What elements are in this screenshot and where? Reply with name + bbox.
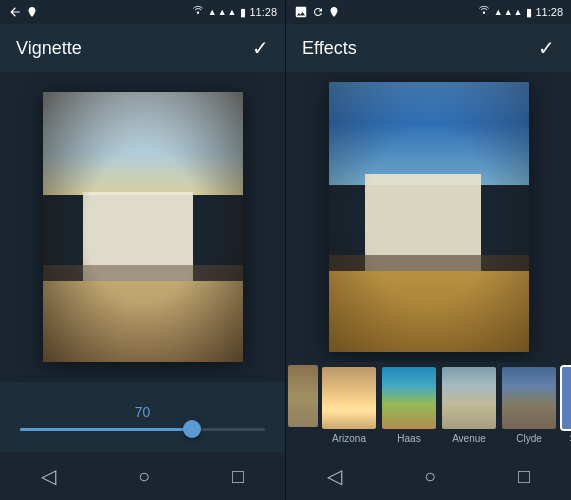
title-left: Vignette [16, 38, 82, 59]
filmstrip-label-haas: Haas [397, 433, 420, 444]
time-left: 11:28 [249, 6, 277, 18]
filmstrip-item-clyde[interactable]: Clyde [500, 362, 558, 452]
photo-effects [329, 82, 529, 352]
image-area-left [0, 72, 285, 382]
left-panel: ▲▲▲ ▮ 11:28 Vignette ✓ 70 ◁ ○ [0, 0, 285, 500]
filmstrip-item-supplies[interactable]: Supplies [560, 362, 571, 452]
home-button-left[interactable]: ○ [138, 465, 150, 488]
filmstrip-thumb-supplies [562, 367, 571, 429]
location-icon-right [328, 6, 340, 18]
top-bar-left: Vignette ✓ [0, 24, 285, 72]
image-area-right [286, 72, 571, 362]
filmstrip-thumb-haas [382, 367, 436, 429]
slider-value: 70 [135, 404, 151, 420]
home-button-right[interactable]: ○ [424, 465, 436, 488]
slider-fill [20, 428, 192, 431]
status-right-icons [294, 5, 340, 19]
wifi-icon-left [191, 6, 205, 18]
time-right: 11:28 [535, 6, 563, 18]
filmstrip-item-arizona[interactable]: Arizona [320, 362, 378, 452]
filmstrip-partial[interactable] [288, 365, 318, 449]
confirm-button-right[interactable]: ✓ [538, 36, 555, 60]
status-left-icons [8, 5, 38, 19]
photo-icon [294, 5, 308, 19]
nav-bar-right: ◁ ○ □ [286, 452, 571, 500]
filmstrip-items: Arizona Haas Avenue Clyde Su [286, 362, 571, 452]
filmstrip: Arizona Haas Avenue Clyde Su [286, 362, 571, 452]
slider-track[interactable] [20, 428, 265, 431]
back-nav-icon [8, 5, 22, 19]
status-bar-right: ▲▲▲ ▮ 11:28 [286, 0, 571, 24]
recent-button-right[interactable]: □ [518, 465, 530, 488]
filmstrip-label-avenue: Avenue [452, 433, 486, 444]
recent-button-left[interactable]: □ [232, 465, 244, 488]
filmstrip-thumb-clyde [502, 367, 556, 429]
slider-thumb[interactable] [183, 420, 201, 438]
filmstrip-label-clyde: Clyde [516, 433, 542, 444]
filmstrip-thumb-avenue [442, 367, 496, 429]
confirm-button-left[interactable]: ✓ [252, 36, 269, 60]
wifi-icon-right [477, 6, 491, 18]
signal-icon-right: ▲▲▲ [494, 7, 524, 17]
title-right: Effects [302, 38, 357, 59]
right-panel: ▲▲▲ ▮ 11:28 Effects ✓ [285, 0, 571, 500]
location-icon [26, 6, 38, 18]
filmstrip-item-haas[interactable]: Haas [380, 362, 438, 452]
refresh-icon [312, 6, 324, 18]
status-right-right: ▲▲▲ ▮ 11:28 [477, 6, 563, 19]
status-right-left: ▲▲▲ ▮ 11:28 [191, 6, 277, 19]
status-bar-left: ▲▲▲ ▮ 11:28 [0, 0, 285, 24]
battery-icon-left: ▮ [240, 6, 246, 19]
nav-bar-left: ◁ ○ □ [0, 452, 285, 500]
signal-icon-left: ▲▲▲ [208, 7, 238, 17]
filmstrip-thumb-arizona [322, 367, 376, 429]
battery-icon-right: ▮ [526, 6, 532, 19]
filmstrip-label-arizona: Arizona [332, 433, 366, 444]
back-button-right[interactable]: ◁ [327, 464, 342, 488]
filmstrip-item-avenue[interactable]: Avenue [440, 362, 498, 452]
photo-vignette [43, 92, 243, 362]
top-bar-right: Effects ✓ [286, 24, 571, 72]
slider-area: 70 [0, 382, 285, 452]
back-button-left[interactable]: ◁ [41, 464, 56, 488]
